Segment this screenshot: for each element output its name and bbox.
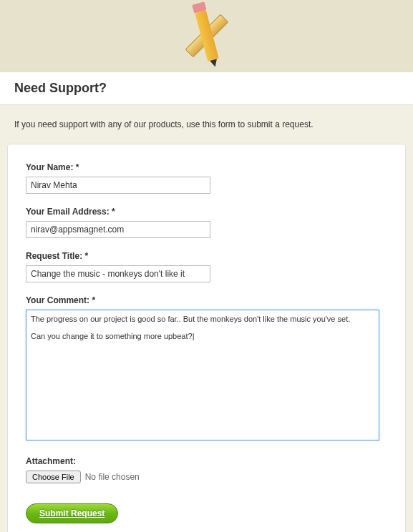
attachment-group: Attachment: Choose File No file chosen	[26, 456, 387, 483]
title-input[interactable]	[26, 265, 210, 282]
support-form: Your Name: * Your Email Address: * Reque…	[7, 144, 406, 532]
name-label: Your Name: *	[26, 162, 387, 172]
name-group: Your Name: *	[26, 162, 387, 194]
email-input[interactable]	[26, 221, 210, 238]
choose-file-button[interactable]: Choose File	[26, 471, 81, 483]
comment-group: Your Comment: *	[26, 295, 387, 443]
title-bar: Need Support?	[0, 72, 413, 105]
header-section	[0, 0, 413, 72]
email-group: Your Email Address: *	[26, 207, 387, 238]
submit-button[interactable]: Submit Request	[26, 503, 118, 523]
comment-textarea[interactable]	[26, 310, 379, 440]
email-label: Your Email Address: *	[26, 207, 387, 217]
intro-text: If you need support with any of our prod…	[0, 105, 413, 144]
title-group: Request Title: *	[26, 251, 387, 282]
pencil-ruler-icon	[178, 7, 235, 64]
name-input[interactable]	[26, 177, 210, 194]
attachment-label: Attachment:	[26, 456, 387, 466]
file-status: No file chosen	[85, 472, 140, 482]
file-input-wrapper: Choose File No file chosen	[26, 471, 387, 483]
title-label: Request Title: *	[26, 251, 387, 261]
comment-label: Your Comment: *	[26, 295, 387, 305]
page-title: Need Support?	[14, 81, 399, 96]
